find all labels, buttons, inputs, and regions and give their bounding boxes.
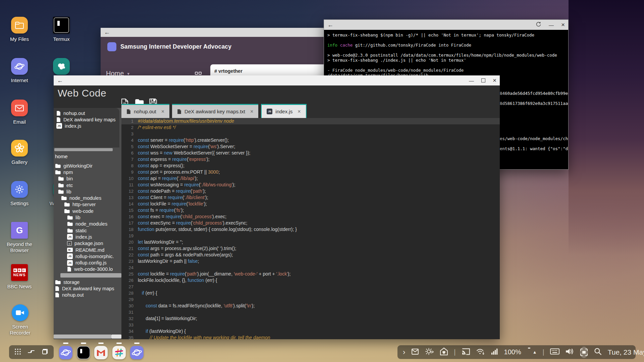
smart-home-icon[interactable] <box>440 347 448 357</box>
minimize-button[interactable]: — <box>549 22 554 28</box>
tab-index-js[interactable]: JSindex.js× <box>261 104 306 118</box>
tree-item[interactable]: node_modules <box>54 195 121 201</box>
close-tab-icon[interactable]: × <box>161 109 164 115</box>
desktop-icon-email[interactable]: Email <box>0 100 40 125</box>
tree-item[interactable]: web-code <box>54 208 121 214</box>
taskbar-app-samsung-internet-2[interactable] <box>130 346 144 359</box>
taskbar-app-slack[interactable] <box>112 346 126 359</box>
open-file-label: DeX awkward key maps <box>63 117 116 122</box>
desktop-icon-settings[interactable]: Settings <box>0 181 40 206</box>
line-number: 19 <box>121 233 133 239</box>
session-sync-icon[interactable] <box>536 21 541 28</box>
email-icon[interactable] <box>11 100 28 116</box>
tree-item[interactable]: DeX awkward key maps <box>54 285 121 292</box>
tree-item[interactable]: node_modules <box>54 221 121 227</box>
desktop-icon-beyond-the-browser[interactable]: GBeyond theBrowser <box>0 222 40 253</box>
keyboard-icon[interactable] <box>550 347 559 357</box>
webcode-titlebar: ← — × <box>54 75 500 85</box>
tree-item[interactable]: npackage.json <box>54 240 121 247</box>
tree-item[interactable]: JSindex.js <box>54 234 121 240</box>
desktop-icon-label: Settings <box>0 200 40 206</box>
taskbar-app-samsung-internet[interactable] <box>59 346 72 359</box>
back-icon[interactable]: ← <box>57 77 63 84</box>
tree-item[interactable]: bin <box>54 176 121 182</box>
scrollbar-thumb[interactable] <box>111 335 121 339</box>
expand-chevron-icon[interactable]: › <box>403 348 405 357</box>
tree-item[interactable]: JSrollup-isomorphic. <box>54 253 121 259</box>
tab-nohup-out[interactable]: nohup.out× <box>121 104 169 118</box>
screen-recorder-icon[interactable] <box>12 304 29 321</box>
volume-icon[interactable] <box>565 347 574 357</box>
desktop-icon-gallery[interactable]: Gallery <box>0 140 40 165</box>
cast-icon[interactable] <box>462 347 470 357</box>
code-editor[interactable]: 1#!/data/data/com.termux/files/usr/bin/e… <box>121 118 500 339</box>
tree-item[interactable]: web-code-3000.lo <box>54 266 121 273</box>
desktop-icon-teal-app[interactable] <box>41 58 82 75</box>
webcode-window[interactable]: ← — × Web Code nohup.out×DeX awkward key… <box>54 75 500 339</box>
taskbar-app-termux[interactable] <box>77 346 90 359</box>
tree-item[interactable]: M↓README.md <box>54 247 121 253</box>
termux-icon[interactable] <box>53 17 70 34</box>
tree-item[interactable]: etc <box>54 182 121 188</box>
code-line: 30 const data = fs.readFileSync(lockfile… <box>121 303 500 309</box>
desktop-icon-internet[interactable]: Internet <box>0 58 40 83</box>
wifi-icon[interactable] <box>476 347 485 357</box>
teal-app-icon[interactable] <box>53 58 70 75</box>
desktop-icon-my-files[interactable]: My Files <box>0 17 40 42</box>
folder-icon <box>55 164 61 168</box>
line-number: 33 <box>121 322 133 328</box>
window-mode-icon[interactable] <box>41 348 49 357</box>
desktop-icon-screen-recorder[interactable]: ScreenRecorder <box>0 304 40 336</box>
bbc-news-icon[interactable]: BBCNEWS <box>11 264 28 281</box>
close-button[interactable]: × <box>493 78 496 82</box>
tab-dex-awkward-key-maps-txt[interactable]: DeX awkward key maps.txt× <box>172 104 258 118</box>
close-tab-icon[interactable]: × <box>298 109 301 115</box>
back-icon[interactable]: ← <box>327 21 333 28</box>
js-file-icon: JS <box>267 109 272 114</box>
search-icon[interactable] <box>594 347 602 357</box>
apps-grid-icon[interactable] <box>14 348 21 357</box>
recents-icon[interactable] <box>27 348 35 357</box>
minimize-button[interactable]: — <box>469 78 474 83</box>
browser-titlebar: ← <box>101 28 332 37</box>
file-tree-lower: storageDeX awkward key mapsnohup.out <box>54 279 121 298</box>
tree-item[interactable]: nohup.out <box>54 292 121 298</box>
line-number: 8 <box>121 163 133 169</box>
clock[interactable]: Tue, 23 May 16:55 <box>608 348 644 356</box>
screen-fit-icon[interactable] <box>580 347 588 358</box>
gmail-tray-icon[interactable] <box>411 347 419 357</box>
scrollbar-horizontal[interactable] <box>54 148 113 151</box>
open-file-item[interactable]: nohup.out <box>54 110 119 116</box>
tree-item[interactable]: http-server <box>54 201 121 208</box>
settings-icon[interactable] <box>11 181 28 198</box>
desktop-icon-bbc-news[interactable]: BBCNEWSBBC News <box>0 264 40 290</box>
tree-item[interactable]: JSrollup.config.js <box>54 259 121 266</box>
internet-icon[interactable] <box>11 58 28 75</box>
code-line: 22const path = args && nodePath.resolve(… <box>121 252 500 258</box>
tree-item-label: lib <box>75 215 80 220</box>
open-file-item[interactable]: DeX awkward key maps <box>54 116 119 123</box>
gallery-icon[interactable] <box>11 140 28 157</box>
tree-item[interactable]: npm <box>54 169 121 175</box>
close-tab-icon[interactable]: × <box>250 109 253 115</box>
tree-item[interactable]: static <box>54 227 121 234</box>
close-button[interactable]: × <box>561 23 565 27</box>
tree-item-label: node_modules <box>69 195 101 201</box>
taskbar-app-gmail[interactable] <box>94 346 108 359</box>
open-file-item[interactable]: JSindex.js <box>54 123 119 129</box>
my-files-icon[interactable] <box>11 17 28 34</box>
beyond-the-browser-icon[interactable]: G <box>11 222 28 239</box>
tree-item[interactable]: lib <box>54 214 121 221</box>
tree-item[interactable]: lib <box>54 188 121 195</box>
scrollbar-horizontal[interactable] <box>54 335 111 339</box>
scrollbar-horizontal[interactable] <box>60 273 121 278</box>
weather-icon[interactable] <box>425 347 434 357</box>
caret-up-icon[interactable]: ▲ <box>533 350 537 355</box>
back-icon[interactable]: ← <box>104 29 110 36</box>
desktop-icon-termux[interactable]: Termux <box>41 17 82 42</box>
line-number: 9 <box>121 169 133 175</box>
tree-item[interactable]: gitWorkingDir <box>54 163 121 169</box>
maximize-button[interactable] <box>481 78 485 82</box>
folder-icon <box>58 189 64 194</box>
tree-item[interactable]: storage <box>54 279 121 285</box>
